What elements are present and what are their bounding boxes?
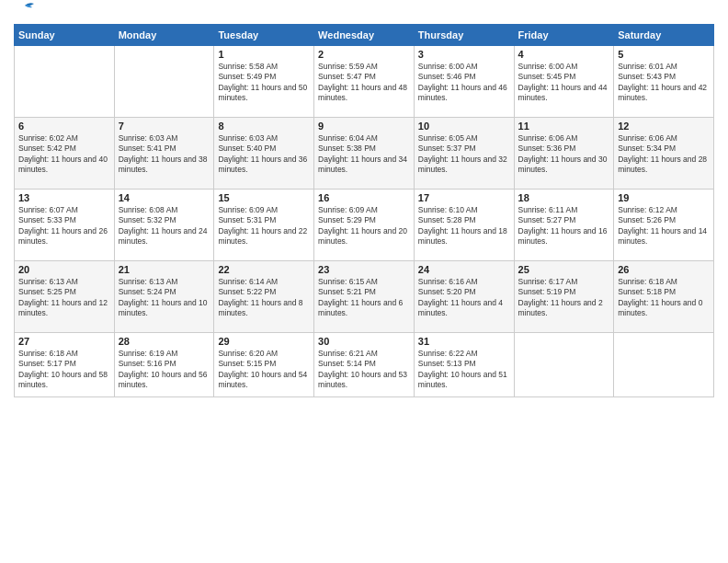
calendar-cell: 18Sunrise: 6:11 AM Sunset: 5:27 PM Dayli…	[514, 190, 614, 261]
day-number: 23	[318, 264, 410, 275]
day-number: 16	[318, 192, 410, 203]
page: SundayMondayTuesdayWednesdayThursdayFrid…	[0, 0, 728, 563]
day-number: 28	[119, 336, 210, 347]
cell-info: Sunrise: 6:18 AM Sunset: 5:17 PM Dayligh…	[18, 349, 110, 391]
calendar-cell: 14Sunrise: 6:08 AM Sunset: 5:32 PM Dayli…	[114, 190, 214, 261]
weekday-header-tuesday: Tuesday	[214, 25, 314, 46]
logo	[14, 9, 36, 17]
calendar-cell: 12Sunrise: 6:06 AM Sunset: 5:34 PM Dayli…	[614, 118, 714, 190]
day-number: 18	[518, 192, 610, 203]
logo-bird-icon	[16, 2, 36, 17]
calendar-cell: 1Sunrise: 5:58 AM Sunset: 5:49 PM Daylig…	[214, 46, 314, 118]
cell-info: Sunrise: 6:03 AM Sunset: 5:41 PM Dayligh…	[119, 133, 210, 176]
day-number: 3	[418, 49, 510, 60]
cell-info: Sunrise: 6:14 AM Sunset: 5:22 PM Dayligh…	[218, 277, 310, 319]
calendar-cell: 6Sunrise: 6:02 AM Sunset: 5:42 PM Daylig…	[15, 118, 115, 190]
cell-info: Sunrise: 6:19 AM Sunset: 5:16 PM Dayligh…	[119, 349, 210, 391]
weekday-header-saturday: Saturday	[614, 25, 714, 46]
cell-info: Sunrise: 6:08 AM Sunset: 5:32 PM Dayligh…	[119, 205, 210, 247]
calendar-cell	[114, 46, 214, 118]
day-number: 27	[18, 336, 110, 347]
calendar-cell: 29Sunrise: 6:20 AM Sunset: 5:15 PM Dayli…	[214, 333, 314, 397]
calendar-cell: 23Sunrise: 6:15 AM Sunset: 5:21 PM Dayli…	[314, 261, 415, 333]
calendar-cell: 5Sunrise: 6:01 AM Sunset: 5:43 PM Daylig…	[614, 46, 714, 118]
day-number: 5	[618, 49, 710, 60]
cell-info: Sunrise: 6:12 AM Sunset: 5:26 PM Dayligh…	[618, 205, 710, 247]
calendar-cell	[514, 333, 614, 397]
calendar-week-3: 13Sunrise: 6:07 AM Sunset: 5:33 PM Dayli…	[15, 190, 714, 261]
calendar-cell: 2Sunrise: 5:59 AM Sunset: 5:47 PM Daylig…	[314, 46, 415, 118]
calendar-cell: 10Sunrise: 6:05 AM Sunset: 5:37 PM Dayli…	[414, 118, 514, 190]
day-number: 29	[218, 336, 310, 347]
calendar-cell: 4Sunrise: 6:00 AM Sunset: 5:45 PM Daylig…	[514, 46, 614, 118]
calendar-cell: 7Sunrise: 6:03 AM Sunset: 5:41 PM Daylig…	[114, 118, 214, 190]
day-number: 9	[318, 121, 410, 132]
cell-info: Sunrise: 6:09 AM Sunset: 5:31 PM Dayligh…	[218, 205, 310, 247]
calendar-cell: 31Sunrise: 6:22 AM Sunset: 5:13 PM Dayli…	[414, 333, 514, 397]
day-number: 12	[618, 121, 710, 132]
cell-info: Sunrise: 6:22 AM Sunset: 5:13 PM Dayligh…	[418, 349, 510, 391]
weekday-header-wednesday: Wednesday	[314, 25, 415, 46]
day-number: 26	[618, 264, 710, 275]
calendar-cell: 24Sunrise: 6:16 AM Sunset: 5:20 PM Dayli…	[414, 261, 514, 333]
calendar-cell: 21Sunrise: 6:13 AM Sunset: 5:24 PM Dayli…	[114, 261, 214, 333]
calendar-cell: 11Sunrise: 6:06 AM Sunset: 5:36 PM Dayli…	[514, 118, 614, 190]
calendar-cell: 25Sunrise: 6:17 AM Sunset: 5:19 PM Dayli…	[514, 261, 614, 333]
cell-info: Sunrise: 5:58 AM Sunset: 5:49 PM Dayligh…	[218, 62, 310, 104]
calendar-cell: 3Sunrise: 6:00 AM Sunset: 5:46 PM Daylig…	[414, 46, 514, 118]
cell-info: Sunrise: 6:11 AM Sunset: 5:27 PM Dayligh…	[518, 205, 610, 247]
day-number: 22	[218, 264, 310, 275]
calendar-cell: 28Sunrise: 6:19 AM Sunset: 5:16 PM Dayli…	[114, 333, 214, 397]
calendar-cell: 13Sunrise: 6:07 AM Sunset: 5:33 PM Dayli…	[15, 190, 115, 261]
day-number: 24	[418, 264, 510, 275]
cell-info: Sunrise: 5:59 AM Sunset: 5:47 PM Dayligh…	[318, 62, 410, 104]
weekday-header-friday: Friday	[514, 25, 614, 46]
day-number: 15	[218, 192, 310, 203]
day-number: 13	[18, 192, 110, 203]
weekday-header-monday: Monday	[114, 25, 214, 46]
cell-info: Sunrise: 6:05 AM Sunset: 5:37 PM Dayligh…	[418, 133, 510, 176]
header	[14, 9, 714, 17]
cell-info: Sunrise: 6:20 AM Sunset: 5:15 PM Dayligh…	[218, 349, 310, 391]
calendar-week-5: 27Sunrise: 6:18 AM Sunset: 5:17 PM Dayli…	[15, 333, 714, 397]
cell-info: Sunrise: 6:00 AM Sunset: 5:45 PM Dayligh…	[518, 62, 610, 104]
day-number: 8	[218, 121, 310, 132]
calendar-cell: 19Sunrise: 6:12 AM Sunset: 5:26 PM Dayli…	[614, 190, 714, 261]
day-number: 19	[618, 192, 710, 203]
day-number: 21	[119, 264, 210, 275]
calendar-cell: 22Sunrise: 6:14 AM Sunset: 5:22 PM Dayli…	[214, 261, 314, 333]
cell-info: Sunrise: 6:17 AM Sunset: 5:19 PM Dayligh…	[518, 277, 610, 319]
cell-info: Sunrise: 6:06 AM Sunset: 5:36 PM Dayligh…	[518, 133, 610, 176]
cell-info: Sunrise: 6:01 AM Sunset: 5:43 PM Dayligh…	[618, 62, 710, 104]
calendar-cell	[614, 333, 714, 397]
day-number: 4	[518, 49, 610, 60]
cell-info: Sunrise: 6:21 AM Sunset: 5:14 PM Dayligh…	[318, 349, 410, 391]
day-number: 14	[119, 192, 210, 203]
calendar-cell: 15Sunrise: 6:09 AM Sunset: 5:31 PM Dayli…	[214, 190, 314, 261]
calendar-cell: 16Sunrise: 6:09 AM Sunset: 5:29 PM Dayli…	[314, 190, 415, 261]
calendar-cell: 9Sunrise: 6:04 AM Sunset: 5:38 PM Daylig…	[314, 118, 415, 190]
calendar-cell: 8Sunrise: 6:03 AM Sunset: 5:40 PM Daylig…	[214, 118, 314, 190]
weekday-header-row: SundayMondayTuesdayWednesdayThursdayFrid…	[15, 25, 714, 46]
calendar-cell: 20Sunrise: 6:13 AM Sunset: 5:25 PM Dayli…	[15, 261, 115, 333]
cell-info: Sunrise: 6:10 AM Sunset: 5:28 PM Dayligh…	[418, 205, 510, 247]
day-number: 11	[518, 121, 610, 132]
day-number: 17	[418, 192, 510, 203]
calendar-cell: 26Sunrise: 6:18 AM Sunset: 5:18 PM Dayli…	[614, 261, 714, 333]
cell-info: Sunrise: 6:07 AM Sunset: 5:33 PM Dayligh…	[18, 205, 110, 247]
day-number: 6	[18, 121, 110, 132]
day-number: 30	[318, 336, 410, 347]
calendar-cell	[15, 46, 115, 118]
cell-info: Sunrise: 6:16 AM Sunset: 5:20 PM Dayligh…	[418, 277, 510, 319]
cell-info: Sunrise: 6:02 AM Sunset: 5:42 PM Dayligh…	[18, 133, 110, 176]
calendar-week-4: 20Sunrise: 6:13 AM Sunset: 5:25 PM Dayli…	[15, 261, 714, 333]
day-number: 20	[18, 264, 110, 275]
cell-info: Sunrise: 6:03 AM Sunset: 5:40 PM Dayligh…	[218, 133, 310, 176]
day-number: 10	[418, 121, 510, 132]
calendar-week-1: 1Sunrise: 5:58 AM Sunset: 5:49 PM Daylig…	[15, 46, 714, 118]
calendar-cell: 27Sunrise: 6:18 AM Sunset: 5:17 PM Dayli…	[15, 333, 115, 397]
weekday-header-sunday: Sunday	[15, 25, 115, 46]
calendar-week-2: 6Sunrise: 6:02 AM Sunset: 5:42 PM Daylig…	[15, 118, 714, 190]
day-number: 1	[218, 49, 310, 60]
weekday-header-thursday: Thursday	[414, 25, 514, 46]
